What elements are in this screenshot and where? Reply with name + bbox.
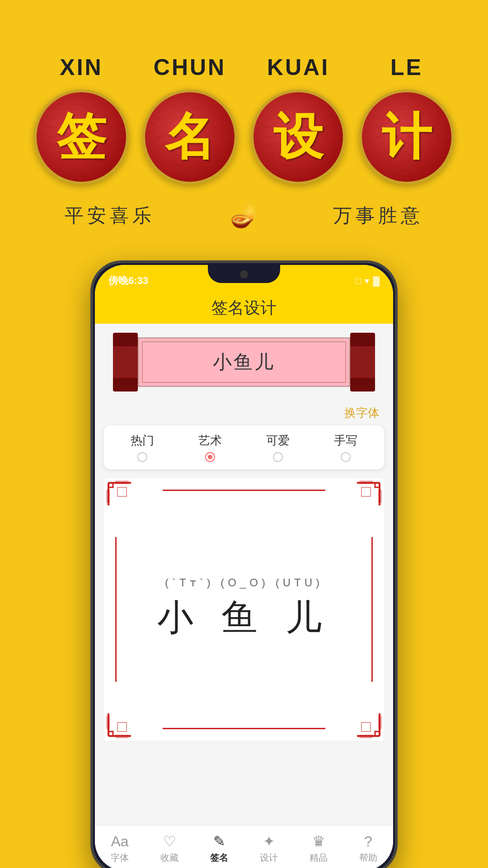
design-icon: ✦ <box>263 833 275 850</box>
status-time: 傍晚6:33 <box>108 274 148 288</box>
font-tab-hot-indicator <box>137 452 147 462</box>
scroll-left <box>113 333 138 392</box>
nav-item-design[interactable]: ✦ 设计 <box>260 833 278 864</box>
char-circle-she: 设 <box>251 90 346 184</box>
nav-item-signature[interactable]: ✎ 签名 <box>210 833 228 864</box>
status-icons: □ ▾ ▓ <box>356 275 380 286</box>
signal-icon: ▓ <box>373 276 380 286</box>
side-line-top <box>163 490 325 491</box>
font-tab-cute-label: 可爱 <box>266 433 290 448</box>
corner-bl-icon <box>104 686 158 741</box>
phone-inner: 傍晚6:33 □ ▾ ▓ 签名设计 小鱼儿 <box>95 265 393 868</box>
nav-item-help[interactable]: ? 帮助 <box>359 833 377 864</box>
wifi-icon: ▾ <box>365 275 369 286</box>
phone-notch <box>208 265 280 283</box>
corner-tl-icon <box>104 478 158 533</box>
subtitle-right: 万事胜意 <box>333 203 423 228</box>
side-line-bottom <box>163 728 325 729</box>
top-section: XIN CHUN KUAI LE 签 <box>0 0 488 247</box>
signature-preview: (`Tᴛ`) (O_O) (UTU) 小 鱼 儿 <box>104 478 384 741</box>
char-she: 设 <box>273 104 323 171</box>
favorite-icon: ♡ <box>163 833 176 850</box>
nav-label-premium: 精品 <box>310 852 328 864</box>
sig-emoji-row: (`Tᴛ`) (O_O) (UTU) <box>157 576 331 589</box>
app-title: 签名设计 <box>211 297 277 319</box>
app-content: 小鱼儿 换字体 热门 艺术 <box>95 324 393 826</box>
subtitle-left: 平安喜乐 <box>65 203 155 228</box>
font-tab-art-indicator <box>205 452 215 462</box>
nav-label-font: 字体 <box>111 852 129 864</box>
svg-rect-4 <box>115 481 129 484</box>
svg-rect-10 <box>359 735 373 738</box>
premium-icon: ♛ <box>312 833 325 850</box>
phone-mockup: 傍晚6:33 □ ▾ ▓ 签名设计 小鱼儿 <box>90 260 398 868</box>
font-tab-hot[interactable]: 热门 <box>131 433 154 462</box>
bottom-nav: Aa 字体 ♡ 收藏 ✎ 签名 ✦ 设计 ♛ 精品 <box>95 826 393 868</box>
char-ji: 计 <box>382 104 432 171</box>
char-circle-ming: 名 <box>142 90 237 184</box>
font-tabs: 热门 艺术 可爱 手写 <box>104 425 384 469</box>
corner-tr-icon <box>330 478 384 533</box>
change-font-button[interactable]: 换字体 <box>344 405 380 421</box>
font-icon: Aa <box>111 833 128 850</box>
font-tab-cute[interactable]: 可爱 <box>266 433 290 462</box>
pinyin-xin: XIN <box>32 54 131 80</box>
scroll-middle: 小鱼儿 <box>138 337 350 387</box>
sig-chars: 小 鱼 儿 <box>157 594 331 642</box>
pinyin-chun: CHUN <box>140 54 239 80</box>
signature-content: (`Tᴛ`) (O_O) (UTU) 小 鱼 儿 <box>157 576 331 642</box>
char-circle-qian: 签 <box>34 90 129 184</box>
svg-rect-9 <box>106 716 110 729</box>
battery-icon: □ <box>356 276 361 286</box>
help-icon: ? <box>364 833 372 850</box>
font-tab-handwrite-label: 手写 <box>334 433 357 448</box>
svg-rect-11 <box>378 716 382 729</box>
nav-label-help: 帮助 <box>359 852 377 864</box>
scroll-text: 小鱼儿 <box>213 349 275 375</box>
corner-br-icon <box>330 686 384 741</box>
svg-rect-6 <box>359 481 373 484</box>
pinyin-row: XIN CHUN KUAI LE <box>27 54 461 80</box>
char-qian: 签 <box>56 104 106 171</box>
characters-row: 签 名 <box>27 90 461 184</box>
pinyin-le: LE <box>357 54 456 80</box>
side-line-right <box>371 537 373 682</box>
app-header: 签名设计 <box>95 292 393 324</box>
char-ming: 名 <box>165 104 215 171</box>
change-font-bar: 换字体 <box>95 401 393 425</box>
camera-dot <box>240 270 248 278</box>
svg-rect-5 <box>106 490 110 503</box>
pinyin-kuai: KUAI <box>249 54 348 80</box>
scroll-banner: 小鱼儿 <box>95 324 393 401</box>
scroll-right <box>350 333 375 392</box>
char-circle-ji: 计 <box>359 90 454 184</box>
nav-label-favorite: 收藏 <box>160 852 178 864</box>
svg-rect-8 <box>115 735 129 738</box>
font-tab-hot-label: 热门 <box>131 433 154 448</box>
font-tab-handwrite[interactable]: 手写 <box>334 433 357 462</box>
svg-rect-7 <box>378 490 382 503</box>
signature-icon: ✎ <box>213 833 225 850</box>
phone-section: 傍晚6:33 □ ▾ ▓ 签名设计 小鱼儿 <box>0 260 488 868</box>
scroll-decoration: 小鱼儿 <box>113 333 375 392</box>
font-tab-art-label: 艺术 <box>198 433 222 448</box>
lantern-icon: 🪔 <box>230 203 258 229</box>
subtitle-row: 平安喜乐 🪔 万事胜意 <box>27 203 461 229</box>
nav-item-font[interactable]: Aa 字体 <box>111 833 129 864</box>
font-tab-handwrite-indicator <box>341 452 351 462</box>
font-tab-cute-indicator <box>273 452 283 462</box>
nav-item-favorite[interactable]: ♡ 收藏 <box>160 833 178 864</box>
nav-label-signature: 签名 <box>210 852 228 864</box>
nav-label-design: 设计 <box>260 852 278 864</box>
font-tab-art[interactable]: 艺术 <box>198 433 222 462</box>
side-line-left <box>115 537 117 682</box>
nav-item-premium[interactable]: ♛ 精品 <box>310 833 328 864</box>
